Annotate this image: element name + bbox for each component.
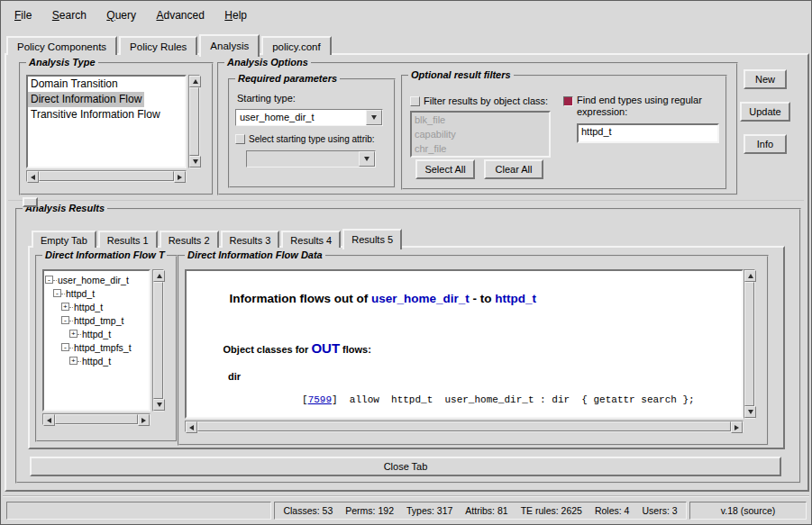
tree-collapse-icon[interactable]: - bbox=[61, 316, 69, 324]
status-version-label: v.18 (source) bbox=[721, 505, 776, 516]
rule-bracket-open: [ bbox=[302, 394, 308, 405]
tree-node-label[interactable]: httpd_tmpfs_t bbox=[69, 342, 132, 353]
scroll-left-icon[interactable] bbox=[43, 414, 55, 426]
object-class-item: capability bbox=[412, 127, 459, 141]
tree-node-label[interactable]: httpd_t bbox=[69, 302, 103, 312]
rule-number-link[interactable]: 7599 bbox=[308, 394, 332, 405]
scroll-down-icon[interactable] bbox=[189, 156, 201, 167]
tab-policy-components[interactable]: Policy Components bbox=[6, 36, 117, 55]
optional-result-filters-title: Optional result filters bbox=[408, 69, 514, 80]
menu-search[interactable]: Search bbox=[44, 5, 95, 27]
tree-node-label[interactable]: httpd_t bbox=[78, 329, 111, 339]
tab-policy-rules[interactable]: Policy Rules bbox=[119, 36, 197, 55]
tab-policy-conf[interactable]: policy.conf bbox=[261, 36, 331, 55]
new-button[interactable]: New bbox=[744, 69, 787, 89]
regex-checkbox[interactable] bbox=[563, 96, 573, 106]
tab-results-4[interactable]: Results 4 bbox=[281, 231, 341, 248]
menu-query[interactable]: Query bbox=[98, 5, 144, 27]
starting-type-label: Starting type: bbox=[237, 93, 296, 104]
scroll-thumb[interactable] bbox=[153, 282, 163, 399]
scroll-down-icon[interactable] bbox=[744, 406, 756, 418]
list-item-transitive-information-flow[interactable]: Transitive Information Flow bbox=[28, 107, 163, 122]
tab-results-5[interactable]: Results 5 bbox=[342, 229, 402, 249]
status-attribs: Attribs: 81 bbox=[465, 505, 507, 516]
scroll-thumb[interactable] bbox=[39, 171, 174, 181]
analysis-type-hscrollbar[interactable] bbox=[26, 170, 187, 182]
regex-input-value: httpd_t bbox=[579, 125, 717, 138]
tree-expand-icon[interactable]: + bbox=[69, 330, 78, 338]
statusbar-divider bbox=[3, 495, 809, 497]
flow-classes-suffix: flows: bbox=[340, 344, 371, 355]
status-types: Types: 317 bbox=[406, 505, 452, 516]
pane-sash-handle[interactable] bbox=[23, 197, 38, 207]
scroll-thumb[interactable] bbox=[55, 414, 138, 424]
tree-collapse-icon[interactable]: - bbox=[53, 289, 61, 297]
filter-object-class-checkbox[interactable] bbox=[410, 96, 420, 106]
tree-node-label[interactable]: user_home_dir_t bbox=[53, 275, 129, 285]
flow-heading: Information flows out of user_home_dir_t… bbox=[196, 278, 733, 319]
tree-collapse-icon[interactable]: - bbox=[45, 276, 53, 284]
analysis-type-vscrollbar[interactable] bbox=[188, 75, 200, 168]
scroll-thumb[interactable] bbox=[189, 87, 199, 156]
list-item-domain-transition[interactable]: Domain Transition bbox=[28, 77, 121, 92]
attrib-checkbox-label: Select starting type using attrib: bbox=[249, 133, 389, 145]
app-window: File Search Query Advanced Help Policy C… bbox=[0, 0, 812, 525]
flow-data-textarea[interactable]: Information flows out of user_home_dir_t… bbox=[185, 269, 744, 419]
menu-help[interactable]: Help bbox=[216, 5, 255, 27]
tab-results-2[interactable]: Results 2 bbox=[160, 231, 219, 248]
tree-node-label[interactable]: httpd_t bbox=[61, 288, 95, 299]
tree-node-label[interactable]: httpd_t bbox=[78, 356, 111, 367]
scroll-up-icon[interactable] bbox=[744, 270, 756, 282]
flow-tree-group: Direct Information Flow T - user_home_di… bbox=[35, 255, 178, 442]
starting-type-combobox[interactable]: user_home_dir_t bbox=[235, 109, 383, 126]
scroll-down-icon[interactable] bbox=[153, 399, 165, 411]
attrib-checkbox[interactable] bbox=[235, 134, 245, 144]
tree-expand-icon[interactable]: + bbox=[69, 357, 78, 365]
flow-source-type: user_home_dir_t bbox=[371, 292, 470, 305]
analysis-type-group: Analysis Type Domain Transition Direct I… bbox=[19, 62, 214, 195]
scroll-left-icon[interactable] bbox=[186, 421, 197, 433]
flow-tree-hscrollbar[interactable] bbox=[42, 413, 151, 425]
attrib-combobox-disabled bbox=[246, 150, 376, 167]
main-tab-bar: Policy Components Policy Rules Analysis … bbox=[6, 32, 333, 55]
tree-node-label[interactable]: httpd_tmp_t bbox=[69, 315, 123, 326]
menu-advanced[interactable]: Advanced bbox=[148, 5, 212, 27]
menu-file[interactable]: File bbox=[6, 5, 40, 27]
tab-empty-tab[interactable]: Empty Tab bbox=[32, 231, 96, 248]
flow-data-vscrollbar[interactable] bbox=[744, 269, 755, 419]
tree-expand-icon[interactable]: + bbox=[61, 303, 69, 311]
scroll-up-icon[interactable] bbox=[153, 270, 165, 282]
analysis-type-title: Analysis Type bbox=[26, 57, 98, 68]
regex-input[interactable]: httpd_t bbox=[577, 123, 719, 143]
scroll-right-icon[interactable] bbox=[138, 414, 150, 426]
required-parameters-title: Required parameters bbox=[235, 73, 340, 84]
select-all-button[interactable]: Select All bbox=[415, 159, 475, 179]
chevron-down-icon[interactable] bbox=[366, 110, 382, 125]
update-button[interactable]: Update bbox=[740, 102, 790, 122]
flow-data-group: Direct Information Flow Data Information… bbox=[178, 255, 769, 446]
close-tab-button[interactable]: Close Tab bbox=[30, 457, 781, 476]
flow-tree-vscrollbar[interactable] bbox=[152, 269, 164, 412]
pane-divider bbox=[8, 200, 804, 201]
scroll-left-icon[interactable] bbox=[27, 171, 39, 183]
scroll-right-icon[interactable] bbox=[174, 171, 186, 183]
optional-result-filters-group: Optional result filters Filter results b… bbox=[401, 75, 727, 190]
scroll-thumb[interactable] bbox=[197, 421, 731, 431]
flow-target-type: httpd_t bbox=[495, 292, 536, 305]
clear-all-button[interactable]: Clear All bbox=[484, 159, 543, 179]
info-button[interactable]: Info bbox=[744, 134, 787, 154]
tree-row: + httpd_t bbox=[45, 327, 148, 340]
starting-type-value: user_home_dir_t bbox=[236, 110, 366, 125]
list-item-direct-information-flow[interactable]: Direct Information Flow bbox=[28, 92, 144, 107]
scroll-right-icon[interactable] bbox=[731, 421, 743, 433]
scroll-up-icon[interactable] bbox=[189, 76, 201, 87]
scroll-thumb[interactable] bbox=[744, 282, 754, 406]
tree-collapse-icon[interactable]: - bbox=[61, 343, 69, 351]
tab-results-1[interactable]: Results 1 bbox=[98, 231, 158, 248]
flow-tree: - user_home_dir_t - httpd_t + httpd_t - … bbox=[42, 269, 151, 412]
object-class-item: chr_file bbox=[412, 141, 449, 156]
status-version: v.18 (source) bbox=[689, 502, 807, 520]
tab-analysis[interactable]: Analysis bbox=[199, 34, 260, 57]
flow-data-hscrollbar[interactable] bbox=[185, 421, 744, 432]
tab-results-3[interactable]: Results 3 bbox=[221, 231, 280, 248]
